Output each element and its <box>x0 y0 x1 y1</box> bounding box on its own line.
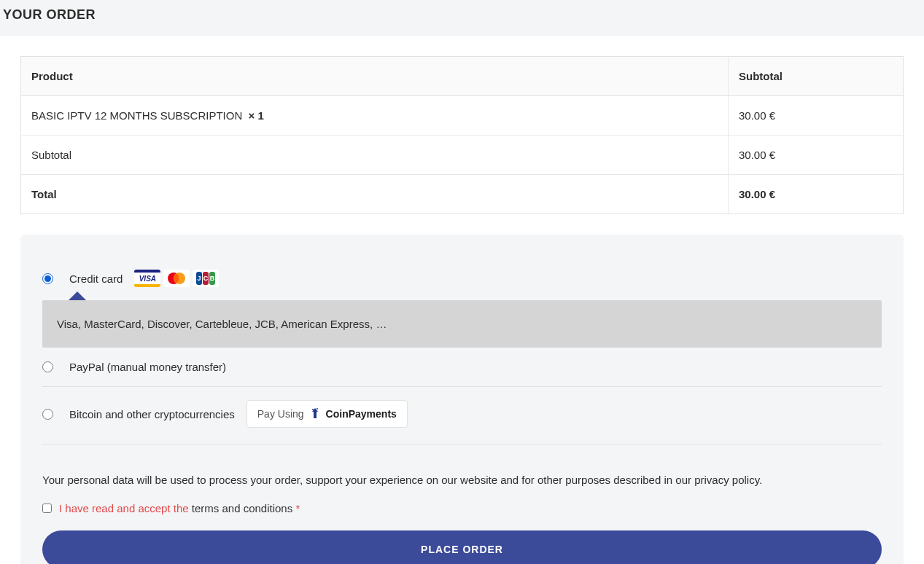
visa-icon: VISA <box>134 270 160 287</box>
terms-required: * <box>295 502 300 514</box>
radio-crypto[interactable] <box>42 409 53 420</box>
paypal-label: PayPal (manual money transfer) <box>69 361 226 373</box>
mastercard-icon <box>163 270 190 287</box>
col-product: Product <box>21 57 729 96</box>
svg-text:C: C <box>203 275 209 282</box>
radio-paypal[interactable] <box>42 361 53 372</box>
coinpayments-badge: Pay Using CoinPayments <box>246 400 408 428</box>
total-label: Total <box>21 175 729 214</box>
jcb-icon: J C B <box>193 270 219 287</box>
coinpayments-icon <box>308 407 322 420</box>
subtotal-label: Subtotal <box>21 136 729 175</box>
svg-text:B: B <box>210 275 215 282</box>
section-title: YOUR ORDER <box>0 7 924 23</box>
terms-link[interactable]: terms and conditions <box>192 502 292 514</box>
total-value: 30.00 € <box>729 175 904 214</box>
privacy-policy-text: Your personal data will be used to proce… <box>42 474 882 486</box>
svg-text:J: J <box>198 275 201 282</box>
credit-card-description: Visa, MasterCard, Discover, Cartebleue, … <box>42 300 882 348</box>
coinpayments-prefix: Pay Using <box>257 408 304 420</box>
svg-point-8 <box>312 409 314 410</box>
crypto-label: Bitcoin and other cryptocurrencies <box>69 408 235 420</box>
product-price: 30.00 € <box>729 96 904 136</box>
subtotal-row: Subtotal 30.00 € <box>21 136 904 175</box>
order-summary-table: Product Subtotal BASIC IPTV 12 MONTHS SU… <box>20 56 904 214</box>
credit-card-label: Credit card <box>69 273 123 285</box>
terms-prefix: I have read and accept the <box>59 502 192 514</box>
payment-method-paypal[interactable]: PayPal (manual money transfer) <box>42 348 882 386</box>
col-subtotal: Subtotal <box>729 57 904 96</box>
subtotal-value: 30.00 € <box>729 136 904 175</box>
product-qty: × 1 <box>249 109 264 122</box>
credit-card-description-box: Visa, MasterCard, Discover, Cartebleue, … <box>42 300 882 348</box>
terms-checkbox[interactable] <box>42 504 52 513</box>
terms-label[interactable]: I have read and accept the terms and con… <box>59 502 300 514</box>
table-row: BASIC IPTV 12 MONTHS SUBSCRIPTION × 1 30… <box>21 96 904 136</box>
payment-methods-panel: Credit card VISA <box>20 235 904 564</box>
radio-credit-card[interactable] <box>42 273 53 284</box>
svg-point-9 <box>317 408 318 410</box>
payment-method-credit-card[interactable]: Credit card VISA <box>42 256 882 300</box>
place-order-button[interactable]: PLACE ORDER <box>42 530 882 564</box>
terms-row: I have read and accept the terms and con… <box>42 502 882 514</box>
tooltip-arrow-icon <box>69 291 86 300</box>
coinpayments-brand: CoinPayments <box>326 408 397 420</box>
card-brand-icons: VISA J C <box>134 270 219 287</box>
payment-method-crypto[interactable]: Bitcoin and other cryptocurrencies Pay U… <box>42 386 882 441</box>
product-name: BASIC IPTV 12 MONTHS SUBSCRIPTION <box>31 109 242 122</box>
total-row: Total 30.00 € <box>21 175 904 214</box>
